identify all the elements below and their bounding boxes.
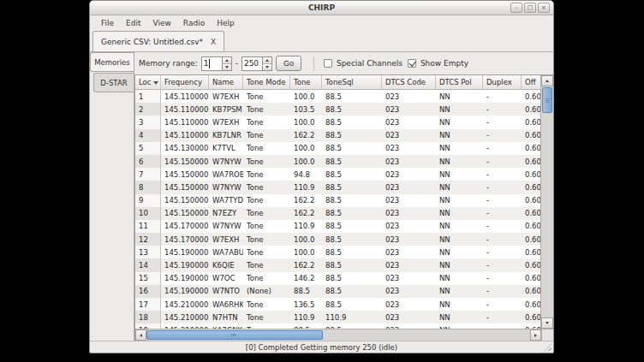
cell-tonesql[interactable]: 88.5 [322, 181, 382, 193]
column-header-name[interactable]: Name [209, 75, 243, 89]
cell-tone[interactable]: 162.2 [290, 207, 322, 220]
cell-dtcs-code[interactable]: 023 [382, 129, 436, 142]
cell-off[interactable]: 0.60 [522, 181, 540, 193]
cell-tone[interactable]: 100.0 [290, 142, 322, 155]
cell-loc[interactable]: 7 [135, 168, 161, 181]
cell-dtcs-code[interactable]: 023 [382, 311, 436, 323]
cell-frequency[interactable]: 145.170000 [161, 233, 209, 246]
special-channels-checkbox[interactable] [324, 59, 332, 68]
cell-tone-mode[interactable]: Tone [243, 194, 290, 207]
cell-tone[interactable]: 110.9 [290, 220, 322, 233]
resize-grip-icon[interactable] [544, 343, 552, 351]
cell-loc[interactable]: 3 [135, 116, 161, 128]
cell-name[interactable]: WA7TYD [209, 194, 243, 207]
vertical-scroll-track[interactable] [541, 86, 553, 317]
cell-name[interactable]: WA6RHK [209, 298, 243, 311]
cell-dtcs-pol[interactable]: NN [436, 207, 483, 220]
spin-down-icon[interactable] [223, 63, 231, 70]
cell-dtcs-pol[interactable]: NN [436, 220, 483, 233]
cell-duplex[interactable]: - [483, 142, 522, 155]
cell-tone-mode[interactable]: Tone [243, 155, 290, 168]
cell-loc[interactable]: 17 [135, 298, 161, 311]
cell-frequency[interactable]: 145.190000 [161, 258, 209, 271]
spin-down-icon[interactable] [263, 63, 271, 70]
cell-tonesql[interactable]: 88.5 [322, 272, 382, 285]
cell-duplex[interactable]: - [483, 90, 522, 103]
cell-name[interactable]: KB7LNR [209, 129, 243, 142]
menu-item-radio[interactable]: Radio [177, 17, 211, 29]
cell-dtcs-pol[interactable]: NN [436, 181, 483, 193]
cell-tonesql[interactable]: 88.5 [322, 142, 382, 155]
cell-duplex[interactable]: - [483, 220, 522, 233]
cell-off[interactable]: 0.60 [522, 155, 540, 168]
cell-frequency[interactable]: 145.150000 [161, 168, 209, 181]
cell-tone[interactable]: 110.9 [290, 311, 322, 323]
cell-name[interactable]: W7NYW [209, 155, 243, 168]
cell-dtcs-code[interactable]: 023 [382, 155, 436, 168]
cell-frequency[interactable]: 145.190000 [161, 246, 209, 258]
cell-tonesql[interactable]: 88.5 [322, 246, 382, 258]
cell-name[interactable]: K7TVL [209, 142, 243, 155]
vertical-scroll-thumb[interactable] [542, 87, 552, 113]
cell-dtcs-pol[interactable]: NN [436, 233, 483, 246]
cell-duplex[interactable]: - [483, 311, 522, 323]
cell-dtcs-code[interactable]: 023 [382, 181, 436, 193]
cell-frequency[interactable]: 145.110000 [161, 129, 209, 142]
cell-name[interactable]: WA7ROB [209, 168, 243, 181]
cell-off[interactable]: 0.60 [522, 246, 540, 258]
cell-dtcs-code[interactable]: 023 [382, 246, 436, 258]
cell-name[interactable]: W7NYW [209, 181, 243, 193]
cell-off[interactable]: 0.60 [522, 233, 540, 246]
show-empty-checkbox[interactable] [408, 59, 416, 68]
cell-dtcs-pol[interactable]: NN [436, 285, 483, 298]
cell-duplex[interactable]: - [483, 258, 522, 271]
cell-frequency[interactable]: 145.170000 [161, 220, 209, 233]
cell-tone-mode[interactable]: Tone [243, 311, 290, 323]
cell-off[interactable]: 0.60 [522, 272, 540, 285]
cell-tone[interactable]: 136.5 [290, 298, 322, 311]
cell-tone-mode[interactable]: Tone [243, 142, 290, 155]
cell-tonesql[interactable]: 88.5 [322, 168, 382, 181]
cell-tone[interactable]: 100.0 [290, 90, 322, 103]
cell-duplex[interactable]: - [483, 246, 522, 258]
cell-off[interactable]: 0.60 [522, 129, 540, 142]
cell-off[interactable]: 0.60 [522, 142, 540, 155]
menu-item-view[interactable]: View [147, 17, 177, 29]
cell-loc[interactable]: 18 [135, 311, 161, 323]
cell-frequency[interactable]: 145.150000 [161, 181, 209, 193]
cell-dtcs-code[interactable]: 023 [382, 90, 436, 103]
cell-dtcs-code[interactable]: 023 [382, 168, 436, 181]
side-tab-memories[interactable]: Memories [90, 52, 134, 72]
vertical-scrollbar[interactable] [540, 75, 553, 329]
spin-up-icon[interactable] [263, 57, 271, 63]
cell-tone[interactable]: 100.0 [290, 246, 322, 258]
cell-frequency[interactable]: 145.150000 [161, 155, 209, 168]
go-button[interactable]: Go [276, 56, 301, 71]
cell-loc[interactable]: 10 [135, 207, 161, 220]
cell-tone[interactable]: 94.8 [290, 168, 322, 181]
cell-off[interactable]: 0.60 [522, 285, 540, 298]
cell-dtcs-code[interactable]: 023 [382, 116, 436, 128]
cell-duplex[interactable]: - [483, 285, 522, 298]
spin-up-icon[interactable] [223, 57, 231, 63]
scroll-up-icon[interactable] [541, 75, 553, 86]
cell-tone[interactable]: 88.5 [290, 285, 322, 298]
cell-loc[interactable]: 11 [135, 220, 161, 233]
cell-duplex[interactable]: - [483, 103, 522, 116]
cell-loc[interactable]: 14 [135, 258, 161, 271]
cell-frequency[interactable]: 145.110000 [161, 103, 209, 116]
cell-name[interactable]: K6QIE [209, 258, 243, 271]
cell-duplex[interactable]: - [483, 194, 522, 207]
cell-tonesql[interactable]: 88.5 [322, 194, 382, 207]
cell-loc[interactable]: 16 [135, 285, 161, 298]
horizontal-scroll-thumb[interactable] [146, 330, 323, 340]
cell-dtcs-pol[interactable]: NN [436, 142, 483, 155]
cell-off[interactable]: 0.60 [522, 116, 540, 128]
cell-duplex[interactable]: - [483, 155, 522, 168]
scroll-left-icon[interactable] [135, 329, 146, 341]
cell-loc[interactable]: 4 [135, 129, 161, 142]
cell-off[interactable]: 0.60 [522, 168, 540, 181]
menu-item-file[interactable]: File [95, 17, 120, 29]
cell-tonesql[interactable]: 88.5 [322, 90, 382, 103]
cell-name[interactable]: W7NTO [209, 285, 243, 298]
